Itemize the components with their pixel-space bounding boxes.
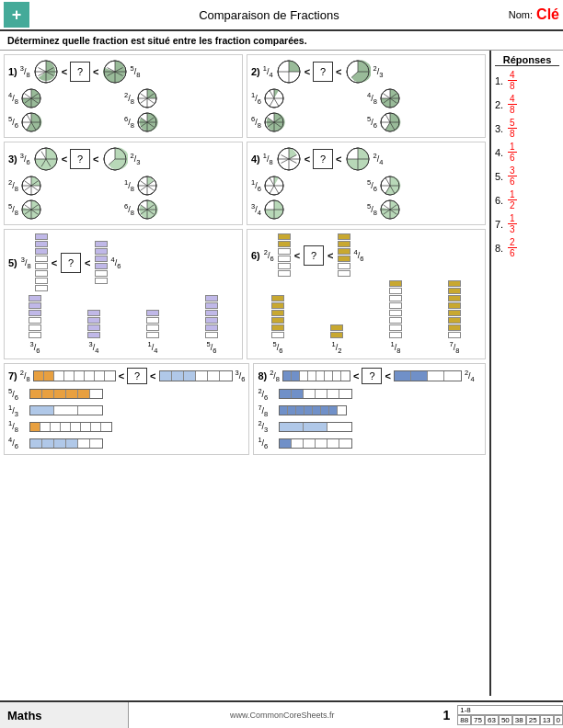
- answer-4: 4. 1 6: [495, 142, 559, 163]
- row3: 5) 3/8 <: [4, 229, 486, 359]
- page-title: Comparaison de Fractions: [29, 8, 509, 22]
- answers-title: Réponses: [495, 54, 559, 66]
- prob2-num: 2): [251, 66, 260, 77]
- prob1-opt1: 4/8: [8, 87, 122, 109]
- answers-list: 1. 4 8 2. 4 8 3. 5: [495, 70, 559, 258]
- problem-1: 1) 3/8: [4, 54, 243, 138]
- problem-7: 7) 2/8 <: [4, 363, 249, 455]
- logo: +: [4, 2, 29, 28]
- answer-8: 8. 2 6: [495, 237, 559, 258]
- answer-1: 1. 4 8: [495, 70, 559, 91]
- prob1-lt1: <: [62, 66, 67, 77]
- prob1-frac2: 5/8: [131, 64, 141, 79]
- footer: Maths www.CommonCoreSheets.fr 1 1-8 88 7…: [0, 700, 563, 728]
- problem-6: 6) 2/6 < ? <: [247, 229, 486, 359]
- footer-page: 1: [442, 708, 450, 722]
- prob1-opt2: 2/8: [124, 87, 238, 109]
- row1: 1) 3/8: [4, 54, 486, 138]
- prob1-pie2: [102, 59, 128, 85]
- prob1-lt2: <: [93, 66, 98, 77]
- footer-website: www.CommonCoreSheets.fr: [129, 711, 435, 720]
- prob1-options: 4/8: [8, 87, 238, 133]
- page: + Comparaison de Fractions Nom: Clé Déte…: [0, 0, 563, 728]
- prob1-opt3: 5/6: [8, 111, 122, 133]
- prob1-pie1: [33, 59, 59, 85]
- problem-2: 2) 1/4 < ? <: [247, 54, 486, 138]
- problem-3: 3) 3/6 <: [4, 142, 243, 225]
- answer-6: 6. 1 2: [495, 189, 559, 210]
- answer-2: 2. 4 8: [495, 94, 559, 115]
- footer-scores: 1-8 88 75 63 50 38 25 13 0: [457, 705, 563, 725]
- instructions: Déterminez quelle fraction est situé ent…: [0, 31, 563, 51]
- answer-7: 7. 1 3: [495, 213, 559, 234]
- answers-panel: Réponses 1. 4 8 2. 4 8 3.: [489, 51, 563, 696]
- footer-subject: Maths: [0, 702, 129, 728]
- nom-area: Nom: Clé: [509, 6, 559, 23]
- row4: 7) 2/8 <: [4, 363, 486, 455]
- score-range: 1-8: [457, 705, 563, 715]
- row2: 3) 3/6 <: [4, 142, 486, 225]
- problem-5: 5) 3/8 <: [4, 229, 243, 359]
- prob1-frac1: 3/8: [20, 64, 30, 79]
- cle-label: Clé: [536, 6, 559, 23]
- header: + Comparaison de Fractions Nom: Clé: [0, 0, 563, 31]
- answer-5: 5. 3 6: [495, 165, 559, 187]
- problems-area: 1) 3/8: [0, 51, 489, 696]
- problem-4: 4) 1/8: [247, 142, 486, 225]
- answer-3: 3. 5 8: [495, 118, 559, 139]
- prob1-qbox: ?: [70, 62, 90, 82]
- problem-8: 8) 2/8 < ?: [253, 363, 486, 455]
- main-content: 1) 3/8: [0, 51, 563, 696]
- prob1-num: 1): [8, 66, 17, 77]
- prob1-opt4: 6/8: [124, 111, 238, 133]
- nom-label: Nom:: [509, 9, 533, 20]
- score-values: 88 75 63 50 38 25 13 0: [457, 715, 563, 725]
